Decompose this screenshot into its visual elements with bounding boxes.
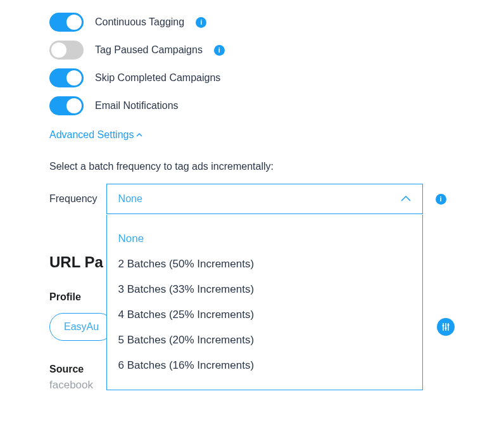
- frequency-dropdown: None 2 Batches (50% Increments) 3 Batche…: [106, 215, 423, 390]
- frequency-label: Frequency: [49, 193, 98, 205]
- info-icon[interactable]: i: [436, 194, 446, 205]
- skip-completed-toggle[interactable]: [49, 68, 84, 87]
- frequency-select[interactable]: None: [106, 184, 423, 214]
- continuous-tagging-toggle[interactable]: [49, 13, 84, 32]
- profile-value: EasyAu: [64, 321, 99, 333]
- svg-point-3: [442, 324, 444, 326]
- frequency-option[interactable]: 2 Batches (50% Increments): [107, 252, 422, 277]
- frequency-option[interactable]: 3 Batches (33% Increments): [107, 277, 422, 302]
- frequency-option[interactable]: None: [107, 226, 422, 252]
- tag-paused-toggle[interactable]: [49, 41, 84, 60]
- svg-point-4: [444, 327, 446, 329]
- frequency-option[interactable]: 5 Batches (20% Increments): [107, 328, 422, 353]
- frequency-selected-value: None: [118, 193, 142, 205]
- chevron-up-icon: [401, 196, 411, 202]
- caret-up-icon: [136, 132, 142, 138]
- sliders-icon[interactable]: [437, 318, 455, 336]
- tag-paused-label: Tag Paused Campaigns: [95, 44, 203, 56]
- info-icon[interactable]: i: [214, 45, 225, 56]
- advanced-settings-text: Advanced Settings: [49, 129, 134, 141]
- email-notifications-label: Email Notifications: [95, 100, 179, 112]
- batch-prompt: Select a batch frequency to tag ads incr…: [49, 161, 455, 172]
- frequency-option[interactable]: 4 Batches (25% Increments): [107, 302, 422, 328]
- profile-select[interactable]: EasyAu: [49, 313, 113, 341]
- advanced-settings-link[interactable]: Advanced Settings: [49, 129, 142, 141]
- skip-completed-label: Skip Completed Campaigns: [95, 72, 220, 84]
- svg-point-5: [447, 324, 449, 326]
- frequency-option[interactable]: 6 Batches (16% Increments): [107, 353, 422, 378]
- email-notifications-toggle[interactable]: [49, 96, 84, 115]
- info-icon[interactable]: i: [196, 17, 206, 28]
- continuous-tagging-label: Continuous Tagging: [95, 16, 184, 28]
